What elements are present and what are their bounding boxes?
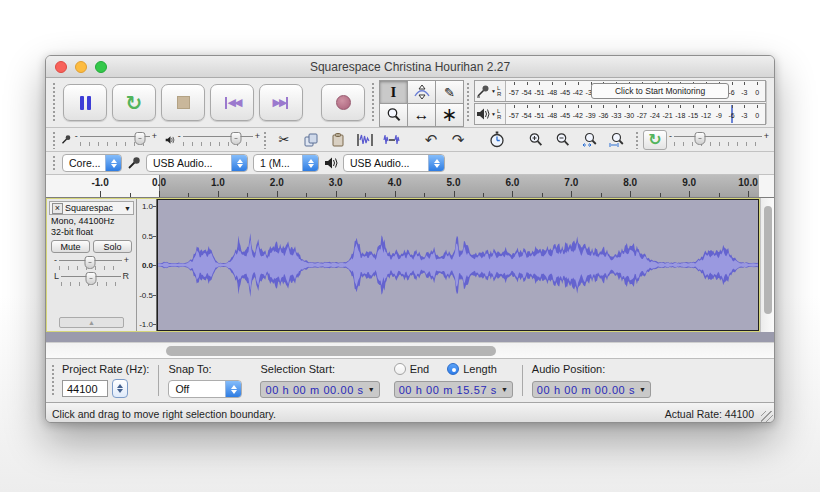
- record-button[interactable]: [321, 84, 365, 121]
- fit-project-icon: [609, 132, 626, 148]
- vertical-scrollbar[interactable]: [760, 198, 774, 332]
- selection-toolbar-grip[interactable]: [51, 364, 56, 397]
- snap-to-select[interactable]: Off: [168, 380, 242, 398]
- draw-tool-button[interactable]: ✎: [435, 80, 464, 104]
- pan-thumb[interactable]: [85, 272, 96, 285]
- meter-tick: [527, 105, 528, 108]
- horizontal-scrollbar-thumb[interactable]: [166, 346, 496, 356]
- meter-tick: [668, 105, 669, 108]
- project-rate-stepper[interactable]: [112, 379, 128, 398]
- track-collapse-button[interactable]: ▲: [59, 317, 124, 328]
- sync-lock-button[interactable]: [485, 130, 510, 150]
- transport-toolbar-grip[interactable]: [52, 82, 57, 123]
- transcription-toolbar-grip[interactable]: [635, 131, 638, 149]
- playback-device-select[interactable]: USB Audio...: [343, 154, 445, 172]
- ruler-minor-tick: [424, 193, 425, 197]
- envelope-tool-button[interactable]: [407, 80, 436, 104]
- audio-position-time[interactable]: 00 h 00 m 00.00 s ▼: [532, 381, 651, 398]
- project-rate-input[interactable]: 44100: [62, 380, 108, 397]
- cut-button[interactable]: ✂: [272, 130, 297, 150]
- ruler-time-label: 1.0: [211, 177, 225, 188]
- timeshift-icon: ↔: [414, 106, 430, 124]
- track-title-bar[interactable]: × Squarespac ▼: [49, 201, 134, 215]
- skip-to-end-button[interactable]: ▶▶: [259, 84, 303, 121]
- paste-button[interactable]: [326, 130, 351, 150]
- track-pan-slider[interactable]: L R: [54, 272, 129, 287]
- output-volume-thumb[interactable]: [231, 132, 242, 145]
- length-radio[interactable]: [447, 363, 459, 375]
- middle-toolbar-row: - + - + ✂: [46, 128, 774, 152]
- input-volume-thumb[interactable]: [135, 132, 146, 145]
- titlebar[interactable]: Squarespace Christina Hourihan 2.27: [46, 56, 774, 78]
- speed-thumb[interactable]: [695, 132, 706, 145]
- device-toolbar-row: Core... USB Audio... 1 (M... USB Audio..…: [46, 152, 774, 175]
- meter-scale-label: -42: [573, 89, 583, 96]
- trim-audio-button[interactable]: [353, 130, 378, 150]
- resize-grip[interactable]: [761, 411, 773, 423]
- vertical-scale-ruler[interactable]: 1.00.50.0-0.5-1.0: [137, 199, 157, 331]
- track-name[interactable]: Squarespac: [65, 203, 122, 213]
- audio-host-select[interactable]: Core...: [62, 154, 122, 172]
- track-close-button[interactable]: ×: [52, 203, 63, 214]
- timeshift-tool-button[interactable]: ↔: [407, 103, 436, 127]
- play-at-speed-button[interactable]: ↻: [643, 130, 667, 150]
- edit-toolbar-grip[interactable]: [263, 131, 266, 149]
- mute-button[interactable]: Mute: [51, 240, 90, 253]
- ruler-major-tick: [100, 191, 101, 197]
- output-speaker-icon: [165, 133, 175, 147]
- track-gain-slider[interactable]: - +: [54, 256, 129, 271]
- end-radio[interactable]: [394, 363, 406, 375]
- ruler-major-tick: [748, 191, 749, 197]
- waveform-view[interactable]: [157, 199, 759, 331]
- fit-project-button[interactable]: [605, 130, 630, 150]
- zoom-in-button[interactable]: [524, 130, 549, 150]
- tools-toolbar-grip[interactable]: [371, 82, 376, 123]
- timeline-ruler[interactable]: -1.00.01.02.03.04.05.06.07.08.09.010.0: [46, 175, 774, 198]
- ruler-minor-tick: [130, 193, 131, 197]
- undo-button[interactable]: ↶: [419, 130, 444, 150]
- redo-button[interactable]: ↷: [446, 130, 471, 150]
- status-message: Click and drag to move right selection b…: [52, 408, 276, 420]
- zoom-out-button[interactable]: [551, 130, 576, 150]
- length-radio-label[interactable]: Length: [463, 363, 497, 375]
- stop-button[interactable]: [161, 84, 205, 121]
- ruler-time-label: 9.0: [682, 177, 696, 188]
- vertical-scale-label: 1.0: [142, 202, 153, 211]
- horizontal-scrollbar[interactable]: [46, 342, 774, 358]
- selection-length-time[interactable]: 00 h 00 m 15.57 s ▼: [394, 381, 513, 398]
- silence-audio-button[interactable]: [380, 130, 405, 150]
- recording-channels-select[interactable]: 1 (M...: [253, 154, 319, 172]
- fit-selection-button[interactable]: [578, 130, 603, 150]
- mixer-toolbar-grip[interactable]: [52, 131, 55, 149]
- recording-meter[interactable]: ▼ LR -57-54-51-48-45-42-39-36-33-30-27-2…: [474, 80, 766, 102]
- zoom-tool-button[interactable]: [379, 103, 408, 127]
- skip-to-start-button[interactable]: ◀◀: [210, 84, 254, 121]
- pause-button[interactable]: [63, 84, 107, 121]
- ruler-minor-tick: [660, 193, 661, 197]
- meter-toolbar-grip[interactable]: [466, 82, 471, 123]
- end-radio-label[interactable]: End: [410, 363, 430, 375]
- playback-meter[interactable]: ▼ LR -57-54-51-48-45-42-39-36-33-30-27-2…: [474, 103, 766, 125]
- recording-device-select[interactable]: USB Audio...: [146, 154, 248, 172]
- selection-start-time[interactable]: 00 h 00 m 00.00 s ▼: [260, 381, 379, 398]
- meter-tick: [629, 105, 630, 108]
- meter-tick: [719, 105, 720, 108]
- selection-tool-button[interactable]: I: [379, 80, 408, 104]
- gain-thumb[interactable]: [85, 256, 96, 269]
- ruler-minor-tick: [601, 193, 602, 197]
- track-menu-dropdown-icon[interactable]: ▼: [124, 205, 131, 212]
- ruler-time-label: 0.0: [152, 177, 166, 188]
- meter-tick: [603, 105, 604, 108]
- copy-button[interactable]: [299, 130, 324, 150]
- vertical-scrollbar-thumb[interactable]: [764, 206, 772, 314]
- input-volume-slider[interactable]: - +: [75, 132, 157, 147]
- device-toolbar-grip[interactable]: [52, 155, 57, 171]
- playback-speed-slider[interactable]: - +: [669, 132, 769, 147]
- vertical-scale-label: -0.5: [139, 290, 153, 299]
- undo-icon: ↶: [425, 134, 438, 146]
- solo-button[interactable]: Solo: [93, 240, 132, 253]
- output-volume-slider[interactable]: - +: [178, 132, 260, 147]
- play-loop-button[interactable]: ↻: [112, 84, 156, 121]
- monitoring-tooltip[interactable]: Click to Start Monitoring: [591, 83, 728, 99]
- multi-tool-button[interactable]: ∗: [435, 103, 464, 127]
